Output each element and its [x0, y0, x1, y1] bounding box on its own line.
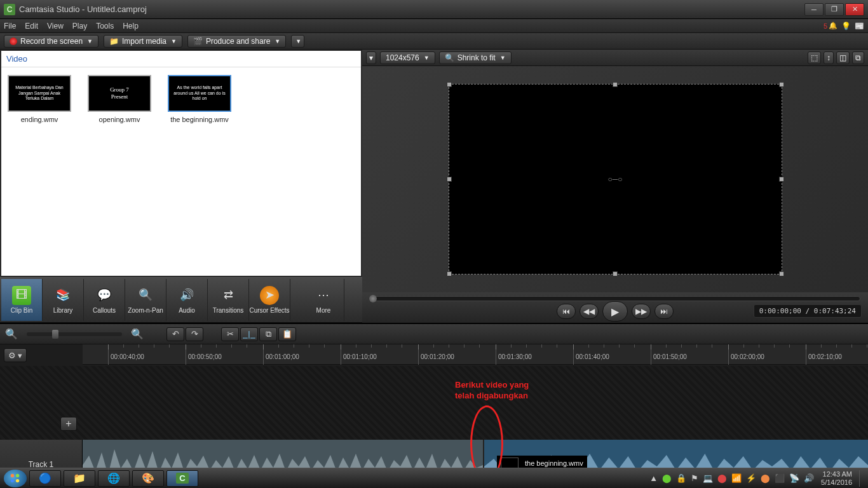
clip-thumb: As the world falls apart around us All w…: [168, 75, 231, 112]
preview-tool-3[interactable]: ◫: [836, 51, 850, 64]
app-name: Camtasia Studio: [19, 4, 79, 14]
tool-audio[interactable]: 🔊Audio: [166, 279, 208, 321]
cursor-icon: ➤: [260, 286, 279, 305]
zoom-out-icon[interactable]: 🔍: [5, 328, 18, 340]
menu-view[interactable]: View: [47, 22, 64, 30]
next-clip-button[interactable]: ⏭: [654, 304, 674, 319]
zoom-in-icon[interactable]: 🔍: [131, 328, 144, 340]
close-button[interactable]: ✕: [845, 3, 864, 16]
tray-icon[interactable]: ⬤: [662, 473, 672, 483]
clip-item[interactable]: As the world falls apart around us All w…: [168, 75, 231, 123]
record-screen-button[interactable]: Record the screen▼: [4, 35, 98, 48]
clip-bin-title: Video: [1, 51, 361, 67]
tray-icon[interactable]: ⬤: [717, 473, 727, 483]
center-handle[interactable]: ○─○: [608, 175, 623, 184]
main-toolbar: Record the screen▼ 📁Import media▼ 🎬Produ…: [0, 33, 868, 50]
taskbar-explorer[interactable]: 📁: [64, 470, 95, 487]
annotation-text: Berikut video yang telah digabungkan: [455, 380, 529, 402]
add-track-button[interactable]: +: [60, 417, 77, 431]
tip-icon[interactable]: 💡: [841, 22, 851, 30]
audio-icon: 🔊: [177, 286, 196, 305]
produce-share-button[interactable]: 🎬Produce and share▼: [187, 35, 286, 48]
transitions-icon: ⇄: [219, 286, 238, 305]
show-desktop[interactable]: [859, 470, 864, 487]
split-button[interactable]: ⎯|⎯: [240, 327, 258, 341]
tray-icon[interactable]: 📶: [731, 473, 742, 483]
clip-item[interactable]: Material Berbahaya Dan Jangan Sampai Ana…: [8, 75, 71, 123]
tray-icon[interactable]: 💻: [703, 473, 713, 483]
tray-clock[interactable]: 12:43 AM5/14/2016: [818, 470, 855, 485]
minimize-button[interactable]: ─: [804, 3, 824, 16]
tool-zoom[interactable]: 🔍Zoom-n-Pan: [125, 279, 166, 321]
maximize-button[interactable]: ❐: [825, 3, 844, 16]
play-button[interactable]: ▶: [602, 301, 628, 322]
clip-name: ending.wmv: [8, 116, 71, 123]
tool-library[interactable]: 📚Library: [43, 279, 84, 321]
feed-icon[interactable]: 📰: [855, 22, 864, 30]
taskbar-app-1[interactable]: 🔵: [29, 470, 61, 487]
preview-dims[interactable]: 1024x576▼: [380, 51, 435, 64]
tray-icon[interactable]: ⬛: [775, 473, 785, 483]
more-icon: ⋯: [314, 286, 333, 305]
notification-badge[interactable]: 5 🔔: [824, 22, 837, 30]
zoom-slider[interactable]: [27, 332, 122, 336]
tray-icon[interactable]: ⚑: [691, 473, 698, 483]
tool-clipbin[interactable]: 🎞Clip Bin: [1, 279, 43, 321]
preview-tool-2[interactable]: ↕: [824, 51, 834, 64]
menu-edit[interactable]: Edit: [25, 22, 38, 30]
clipbin-icon: 🎞: [12, 286, 31, 305]
clip-item[interactable]: Group 7 Present opening.wmv: [88, 75, 151, 123]
clip-name: the beginning.wmv: [168, 116, 231, 123]
preview-canvas[interactable]: ○─○: [362, 66, 868, 292]
playback-controls: ⏮ ◀◀ ▶ ▶▶ ⏭ 0:00:00;00 / 0:07:43;24: [362, 292, 868, 323]
menubar: File Edit View Play Tools Help 5 🔔 💡 📰: [0, 19, 868, 33]
titlebar: C Camtasia Studio - Untitled.camproj ─ ❐…: [0, 0, 868, 19]
menu-play[interactable]: Play: [72, 22, 87, 30]
tray-icon[interactable]: ⚡: [746, 473, 756, 483]
preview-prev[interactable]: ▾: [366, 51, 376, 64]
clip-bin-panel: Video Material Berbahaya Dan Jangan Samp…: [1, 51, 361, 276]
taskbar-camtasia[interactable]: C: [166, 470, 198, 487]
tray-icon[interactable]: 🔒: [676, 473, 686, 483]
undo-button[interactable]: ↶: [166, 327, 184, 341]
clip-thumb: Material Berbahaya Dan Jangan Sampai Ana…: [8, 75, 71, 112]
step-fwd-button[interactable]: ▶▶: [632, 304, 651, 319]
tray-volume-icon[interactable]: 🔊: [804, 473, 814, 483]
import-media-button[interactable]: 📁Import media▼: [104, 35, 182, 48]
taskbar-paint[interactable]: 🎨: [132, 470, 164, 487]
taskbar: 🔵 📁 🌐 🎨 C ▲ ⬤ 🔒 ⚑ 💻 ⬤ 📶 ⚡ ⬤ ⬛ 📡 🔊 12:43 …: [0, 468, 868, 488]
callouts-icon: 💬: [95, 286, 114, 305]
paste-button[interactable]: 📋: [278, 327, 296, 341]
start-button[interactable]: [4, 470, 27, 487]
redo-button[interactable]: ↷: [186, 327, 203, 341]
tool-cursor[interactable]: ➤Cursor Effects: [249, 279, 290, 321]
tools-tabs: 🎞Clip Bin 📚Library 💬Callouts 🔍Zoom-n-Pan…: [0, 277, 362, 323]
clip-name: opening.wmv: [88, 116, 151, 123]
menu-tools[interactable]: Tools: [96, 22, 114, 30]
canvas-frame[interactable]: ○─○: [449, 84, 782, 274]
svg-point-0: [11, 473, 14, 477]
tray-icon[interactable]: ▲: [649, 473, 658, 483]
menu-file[interactable]: File: [4, 22, 16, 30]
prev-clip-button[interactable]: ⏮: [557, 304, 576, 319]
preview-shrink[interactable]: 🔍 Shrink to fit▼: [439, 51, 512, 64]
menu-help[interactable]: Help: [123, 22, 139, 30]
tray-network-icon[interactable]: 📡: [789, 473, 799, 483]
tool-callouts[interactable]: 💬Callouts: [84, 279, 125, 321]
timeline: 🔍 🔍 ↶ ↷ ✂ ⎯|⎯ ⧉ 📋 ⚙ ▾ 00:00:40;0000:00:5…: [0, 323, 868, 488]
step-back-button[interactable]: ◀◀: [580, 304, 599, 319]
copy-button[interactable]: ⧉: [259, 327, 277, 341]
preview-detach[interactable]: ⧉: [852, 51, 864, 64]
cut-button[interactable]: ✂: [221, 327, 239, 341]
dropdown-extra[interactable]: ▼: [291, 35, 304, 48]
tray-icon[interactable]: ⬤: [761, 473, 770, 483]
timeline-ruler[interactable]: 00:00:40;0000:00:50;0000:01:00;0000:01:1…: [83, 344, 868, 365]
folder-icon: 📁: [109, 37, 119, 46]
preview-tool-1[interactable]: ⬚: [808, 51, 821, 64]
tool-more[interactable]: ⋯More: [303, 279, 344, 321]
timeline-options[interactable]: ⚙ ▾: [4, 348, 27, 362]
tool-transitions[interactable]: ⇄Transitions: [208, 279, 249, 321]
svg-point-2: [11, 478, 14, 482]
scrubber[interactable]: [370, 296, 860, 301]
taskbar-chrome[interactable]: 🌐: [98, 470, 130, 487]
